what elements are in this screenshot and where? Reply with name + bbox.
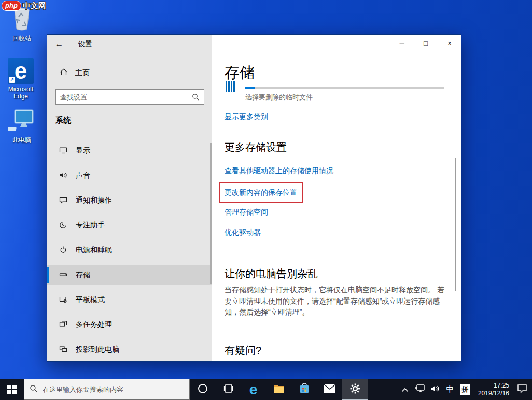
gear-icon: [349, 382, 361, 397]
task-view-icon: [222, 383, 234, 396]
tray-chevron-button[interactable]: [399, 379, 411, 400]
edge-icon: e ↗: [8, 58, 34, 84]
tablet-icon: [59, 295, 67, 305]
search-icon: [192, 93, 199, 101]
sidebar-item-label: 多任务处理: [76, 320, 112, 330]
titlebar: ← 设置: [47, 35, 212, 53]
power-icon: [59, 246, 67, 255]
sidebar-item-storage[interactable]: 存储: [47, 265, 212, 285]
settings-sidebar: ← 设置 主页 系统: [47, 35, 212, 361]
this-pc-icon: [8, 109, 35, 135]
maximize-button[interactable]: □: [414, 35, 438, 51]
ime-language-label: 中: [446, 384, 454, 394]
action-center-button[interactable]: [515, 379, 529, 400]
store-button[interactable]: [291, 379, 317, 400]
gauge-caption: 选择要删除的临时文件: [245, 93, 313, 102]
settings-taskbar-button[interactable]: [342, 379, 368, 400]
storage-progress-bar: [245, 87, 444, 89]
search-icon: [30, 384, 37, 394]
taskbar-clock[interactable]: 17:25 2019/12/16: [474, 379, 513, 400]
edge-icon: e: [249, 382, 258, 397]
volume-tray-button[interactable]: [429, 379, 442, 400]
edge-taskbar-button[interactable]: e: [241, 379, 266, 400]
settings-search[interactable]: [55, 89, 204, 105]
optimize-drives-link[interactable]: 优化驱动器: [225, 228, 261, 237]
content-scrollbar[interactable]: [455, 158, 456, 291]
chevron-up-icon: [401, 385, 409, 394]
page-title: 存储: [225, 63, 255, 83]
mail-icon: [324, 383, 336, 396]
settings-search-input[interactable]: [56, 93, 192, 101]
back-button[interactable]: ←: [47, 35, 71, 53]
sidebar-item-display[interactable]: 显示: [47, 140, 212, 161]
file-explorer-button[interactable]: [266, 379, 291, 400]
ime-mode-icon: 拼: [460, 384, 470, 395]
cortana-button[interactable]: [190, 379, 215, 400]
action-center-icon: [517, 384, 527, 395]
network-icon: [415, 384, 425, 395]
sidebar-scrollbar[interactable]: [210, 143, 212, 284]
sidebar-item-label: 通知和操作: [76, 196, 112, 205]
sidebar-item-label: 投影到此电脑: [76, 345, 119, 354]
task-view-button[interactable]: [215, 379, 241, 400]
php-logo-suffix: 中文网: [23, 1, 46, 11]
store-icon: [299, 382, 310, 397]
sidebar-item-tablet-mode[interactable]: 平板模式: [47, 290, 212, 310]
temp-files-icon: [226, 81, 235, 92]
ime-language-button[interactable]: 中: [444, 379, 456, 400]
show-more-categories-link[interactable]: 显示更多类别: [225, 112, 268, 122]
shortcut-arrow-icon: ↗: [9, 77, 15, 83]
sidebar-item-label: 显示: [76, 146, 90, 155]
desktop-icon-label: 回收站: [12, 35, 31, 42]
change-save-location-link[interactable]: 更改新内容的保存位置: [225, 188, 297, 197]
sidebar-item-multitasking[interactable]: 多任务处理: [47, 315, 212, 335]
declutter-body: 当存储感知处于打开状态时，它将仅在电脑空间不足时释放空间。 若要立即清理未使用的…: [225, 284, 446, 318]
question-heading: 有疑问?: [225, 344, 261, 358]
window-controls: ─ □ ×: [390, 35, 461, 51]
sidebar-item-home[interactable]: 主页: [55, 64, 94, 82]
sidebar-item-power-sleep[interactable]: 电源和睡眠: [47, 240, 212, 261]
sound-icon: [59, 171, 67, 181]
desktop-icon-label: 此电脑: [12, 136, 31, 144]
sidebar-item-label: 专注助手: [76, 221, 105, 230]
mail-button[interactable]: [317, 379, 342, 400]
ime-mode-button[interactable]: 拼: [458, 379, 472, 400]
home-icon: [60, 68, 68, 78]
clock-date: 2019/12/16: [478, 390, 509, 397]
sidebar-item-sound[interactable]: 声音: [47, 165, 212, 186]
windows-logo-icon: [7, 385, 17, 394]
notifications-icon: [59, 196, 67, 206]
desktop-icon-label: Microsoft Edge: [4, 85, 37, 101]
sidebar-nav: 显示 声音 通知和操作: [47, 140, 212, 364]
sidebar-item-label: 声音: [76, 171, 90, 180]
multitasking-icon: [59, 320, 67, 330]
storage-icon: [59, 270, 67, 280]
start-button[interactable]: [0, 379, 24, 400]
sidebar-item-label: 存储: [76, 270, 90, 280]
clock-time: 17:25: [478, 382, 509, 390]
close-button[interactable]: ×: [438, 35, 461, 51]
window-title: 设置: [78, 39, 92, 49]
taskbar: e: [0, 379, 532, 400]
taskbar-search-input[interactable]: [43, 385, 184, 393]
sidebar-item-focus-assist[interactable]: 专注助手: [47, 215, 212, 236]
cortana-icon: [197, 383, 208, 396]
moon-icon: [59, 221, 67, 231]
sidebar-item-notifications[interactable]: 通知和操作: [47, 190, 212, 211]
desktop-icon-edge[interactable]: e ↗ Microsoft Edge: [2, 58, 39, 101]
project-icon: [59, 345, 67, 355]
speaker-icon: [430, 384, 440, 395]
desktop-icon-recycle-bin[interactable]: 回收站: [3, 6, 40, 42]
folder-icon: [273, 383, 285, 396]
sidebar-section-label: 系统: [55, 116, 71, 125]
sidebar-item-label: 电源和睡眠: [76, 246, 112, 255]
declutter-heading: 让你的电脑告别杂乱: [225, 267, 318, 281]
sidebar-item-projecting[interactable]: 投影到此电脑: [47, 339, 212, 360]
storage-usage-other-drives-link[interactable]: 查看其他驱动器上的存储使用情况: [225, 166, 333, 176]
minimize-button[interactable]: ─: [390, 35, 414, 51]
desktop-icon-this-pc[interactable]: 此电脑: [3, 109, 40, 144]
taskbar-search[interactable]: [24, 379, 190, 400]
network-tray-button[interactable]: [413, 379, 427, 400]
manage-storage-spaces-link[interactable]: 管理存储空间: [225, 208, 268, 217]
system-tray: 中 拼 17:25 2019/12/16: [399, 379, 532, 400]
